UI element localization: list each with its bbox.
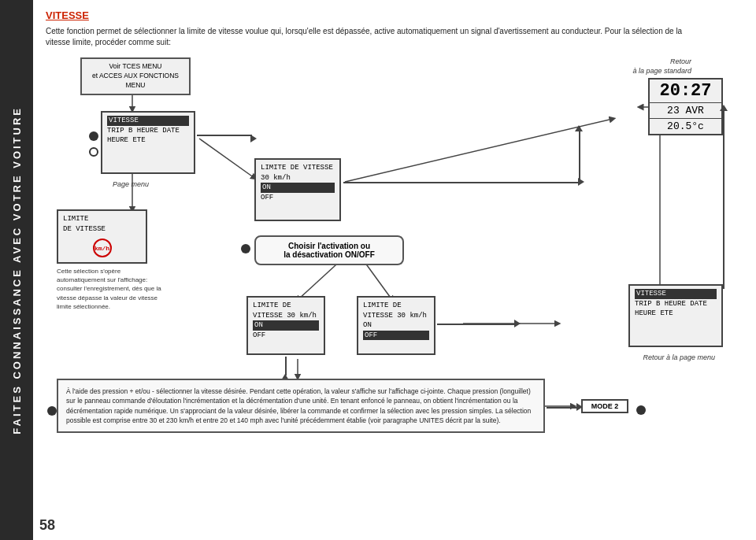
arrow-h1: [197, 135, 252, 136]
arrow-h2: [343, 182, 580, 183]
rm-vitesse: VITESSE: [635, 289, 717, 299]
top-label-box: Voir TCES MENU et ACCES AUX FONCTIONS ME…: [80, 57, 191, 95]
clock-date: 23 AVR: [650, 103, 721, 119]
limit-line1: LIMITE: [261, 164, 286, 172]
side-description: Cette sélection s'opère automatiquement …: [57, 267, 167, 311]
ls-on: ON: [253, 320, 319, 331]
bullet-4: [47, 406, 57, 416]
clock-display: 20:27 23 AVR 20.5°c: [648, 78, 723, 135]
clock-time: 20:27: [650, 80, 721, 103]
speed-limit-box: LIMITE DE VITESSE km/h: [57, 209, 147, 264]
bullet-3: [241, 244, 250, 253]
choose-box: Choisir l'activation ou la désactivation…: [254, 235, 404, 265]
section-title: VITESSE: [46, 9, 743, 21]
diagram: Voir TCES MENU et ACCES AUX FONCTIONS ME…: [46, 56, 739, 442]
speed-circle-icon: km/h: [93, 239, 112, 257]
ls-off: OFF: [253, 331, 265, 339]
main-menu-screen: VITESSE TRIP B HEURE DATE HEURE ETE: [101, 111, 195, 174]
rs-l3: 30 km/h: [397, 312, 427, 320]
arrow-v2: [285, 357, 287, 375]
limit-on: ON: [261, 183, 335, 193]
limit-line2: DE VITESSE: [291, 164, 333, 172]
rm-heure: HEURE: [665, 300, 686, 308]
limit-off: OFF: [261, 194, 273, 202]
svg-line-1: [199, 139, 254, 178]
page-menu-label: Page menu: [113, 180, 149, 188]
sidebar-label: FAITES CONNAISSANCE AVEC VOTRE VOITURE: [11, 106, 23, 435]
clock-temp: 20.5°c: [650, 119, 721, 134]
menu-item-date: DATE: [162, 127, 180, 135]
limit-screen-right: LIMITE DE VITESSE 30 km/h ON OFF: [357, 296, 435, 355]
limit-line3: 30 km/h: [261, 174, 291, 182]
intro-text: Cette fonction permet de sélectionner la…: [46, 26, 691, 48]
arrowhead-1: [250, 135, 257, 142]
limit-menu-screen: LIMITE DE VITESSE 30 km/h ON OFF: [254, 158, 341, 221]
page-number: 58: [39, 517, 55, 534]
bullet-5: [636, 405, 646, 415]
menu-item-vitesse: VITESSE: [107, 116, 189, 126]
arrowhead-4: [514, 320, 521, 327]
return-menu-screen: VITESSE TRIP B HEURE DATE HEURE ETE: [628, 284, 723, 347]
rs-on: ON: [363, 321, 372, 329]
rm-heureete: HEURE ETE: [635, 309, 673, 317]
arrowhead-3: [575, 125, 583, 131]
bullet-1: [89, 131, 98, 141]
sidebar: FAITES CONNAISSANCE AVEC VOTRE VOITURE: [0, 0, 33, 540]
top-label-line2: et ACCES AUX FONCTIONS MENU: [92, 72, 179, 89]
menu-item-heureete: HEURE ETE: [107, 136, 146, 144]
return-v-line: [723, 108, 724, 289]
ls-l3: 30 km/h: [287, 312, 317, 320]
info-box: À l'aide des pression + et/ou - sélectio…: [57, 379, 545, 433]
mode-badge: MODE 2: [581, 399, 628, 413]
sl-l1: LIMITE: [63, 214, 88, 224]
main-content: VITESSE Cette fonction permet de sélecti…: [33, 0, 756, 540]
choose-line1: Choisir l'activation ou: [288, 242, 370, 250]
return-arrowhead: [720, 105, 728, 111]
menu-item-heure: HEURE: [137, 127, 158, 135]
return-menu-label: Retour à la page menu: [643, 353, 715, 361]
sl-l2: DE VITESSE: [63, 224, 106, 235]
rm-tripb: TRIP B: [635, 300, 660, 308]
return-line1: Retour: [670, 57, 691, 65]
rs-off: OFF: [363, 331, 429, 341]
rs-l1: LIMITE: [363, 301, 388, 309]
choose-line2: la désactivation ON/OFF: [284, 250, 375, 259]
return-label: Retour à la page standard: [632, 57, 691, 76]
arrow-h4: [547, 407, 578, 409]
bullet-2: [89, 147, 98, 157]
info-text: À l'aide des pression + et/ou - sélectio…: [66, 387, 531, 424]
arrow-v1: [579, 127, 580, 180]
limit-screen-left: LIMITE DE VITESSE 30 km/h ON OFF: [246, 296, 325, 355]
top-label-line1: Voir TCES MENU: [109, 62, 162, 70]
rm-date: DATE: [690, 300, 707, 308]
svg-line-2: [345, 119, 613, 182]
return-line2: à la page standard: [632, 67, 691, 75]
arrow-h3: [437, 324, 516, 325]
ls-l1: LIMITE: [253, 301, 278, 309]
menu-item-tripb: TRIP B: [107, 127, 132, 135]
